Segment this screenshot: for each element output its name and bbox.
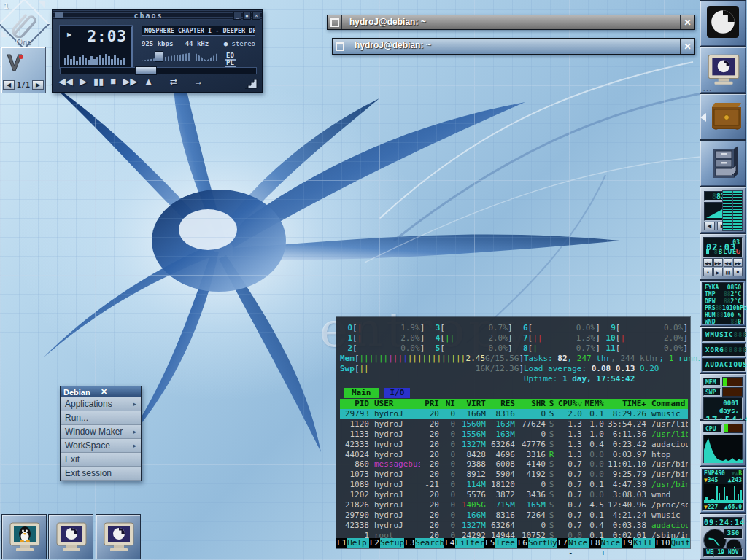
repeat-toggle[interactable]: →	[194, 77, 203, 87]
track-title-display[interactable]: MOSPHERE CHAPTER I - DEEPER DRL	[142, 26, 255, 36]
volume-slider-handle[interactable]	[155, 51, 163, 62]
dock-tile-clock[interactable]: 09:24:14 350 WE 19 NOV	[700, 513, 746, 560]
close-button[interactable]: ✕	[680, 15, 694, 29]
dock-tile-terminal[interactable]: ...	[700, 47, 746, 93]
miniwindow-terminal-1[interactable]	[48, 514, 93, 559]
menu-item[interactable]: Window Maker▸	[61, 425, 141, 439]
terminal-window-1[interactable]: hydroJ@debian: ~ ✕	[327, 15, 695, 30]
pause-button[interactable]: ▮▮	[93, 76, 104, 87]
process-row[interactable]: 44024hydroJ200842846963316R1.30.00:03.97…	[340, 450, 688, 460]
menu-item[interactable]: WorkSpace▸	[61, 439, 141, 453]
player-shade-button[interactable]: ▪	[243, 12, 251, 20]
function-key[interactable]: F7Nice -	[557, 538, 590, 548]
dock-tile-weather[interactable]: EYKA0850 TMP882°C DEW882°C PRS881010hPa …	[700, 280, 746, 327]
shuffle-toggle[interactable]: ⇄	[170, 77, 177, 87]
workspace-clip[interactable]: 1 One	[1, 1, 46, 46]
process-row[interactable]: 1089hydroJ-210114M181200S0.70.14:47.39/u…	[340, 480, 688, 490]
lcd-app-label[interactable]: WMUSIC888	[702, 328, 746, 342]
next-button[interactable]: ▶▶	[123, 76, 137, 87]
process-row[interactable]: 1073hydroJ200891259044192S0.70.09:25.79/…	[340, 470, 688, 480]
clip-next-arrow[interactable]	[39, 1, 45, 8]
function-key[interactable]: F6SortBy	[517, 538, 557, 548]
function-key[interactable]: F10Quit	[655, 538, 690, 548]
function-key[interactable]: F4Filter	[444, 538, 484, 548]
process-row[interactable]: 42333hydroJ2001327M6326447776S1.30.40:23…	[340, 440, 688, 450]
menu-titlebar[interactable]: Debian ✕	[61, 386, 141, 397]
miniaturize-button[interactable]	[333, 39, 347, 54]
pager-next-button[interactable]: ▶	[32, 80, 44, 90]
close-button[interactable]: ✕	[680, 39, 694, 54]
tab-main[interactable]: Main	[344, 388, 379, 398]
function-key[interactable]: F3Search	[404, 538, 444, 548]
cpu-meter: 4[||2.0%]	[427, 333, 512, 343]
function-key[interactable]: F5Tree	[484, 538, 517, 548]
dock-tile-file-cabinet[interactable]: ...	[700, 140, 746, 187]
terminal-window-2[interactable]: hydroJ@debian: ~ ✕	[332, 38, 695, 55]
dock-tile-drawer[interactable]	[700, 93, 746, 140]
previous-button[interactable]: ◀◀	[58, 76, 73, 87]
process-row[interactable]: 1120hydroJ2001560M163M77624S1.31.035:54.…	[340, 419, 688, 429]
dock-tile-wmusic[interactable]: 02:03 03 8BLUE ↻ ◀◀ ▶▶ ◀◀ ▶▶ ▲ ▶ ▮▮ ■	[700, 233, 746, 280]
htop-window[interactable]: 0[|1.9%] 3[0.7%] 6[0.0%] 9[0.0%] 1[|2.0%…	[336, 317, 690, 548]
process-row[interactable]: 860messagebus200938860084140S0.70.011:01…	[340, 459, 688, 470]
play-indicator-icon: ▶	[67, 31, 71, 38]
process-row[interactable]: 29793hydroJ200166M83160S2.00.18:29.26wmu…	[340, 409, 688, 419]
dock-tile-cpuload[interactable]: CPU	[700, 420, 746, 467]
miniwindow-terminal-tux[interactable]	[1, 514, 47, 559]
wmusic-repeat-icon[interactable]: ↻	[735, 246, 740, 256]
process-row[interactable]: 42338hydroJ2001327M632640S0.70.40:03.38a…	[340, 521, 688, 531]
wmusic-next-button[interactable]: ▶▶	[713, 258, 723, 267]
function-key[interactable]: F8Nice +	[589, 538, 622, 548]
mem-label: MEM	[703, 378, 721, 386]
function-key[interactable]: F2Setup	[369, 538, 404, 548]
play-button[interactable]: ▶	[80, 76, 87, 87]
player-titlebar[interactable]: chaos _ ▪ ✕	[53, 10, 262, 20]
wmusic-eject-button[interactable]: ▲	[703, 268, 713, 276]
eject-button[interactable]: ▲	[144, 76, 153, 87]
stop-button[interactable]: ■	[110, 76, 116, 87]
menu-item[interactable]: Applications▸	[61, 397, 141, 411]
volume-slider[interactable]	[142, 52, 190, 61]
seek-handle[interactable]	[135, 66, 157, 75]
lcd-app-label[interactable]: AUDACIOUS	[702, 358, 746, 372]
process-row[interactable]: 1202hydroJ200557638723436S0.70.03:08.03w…	[340, 490, 688, 500]
process-row[interactable]: 1133hydroJ2001556M163M0S1.31.06:11.36/us…	[340, 429, 688, 440]
process-table-header[interactable]: PIDUSERPRINIVIRTRESSHRSCPU%▽MEM%TIME+Com…	[340, 399, 688, 409]
menu-close-icon[interactable]: ✕	[101, 387, 138, 397]
dock-tile-mixer[interactable]: 882 ◀ ▶	[700, 187, 746, 233]
function-key[interactable]: F1Help	[336, 538, 369, 548]
terminal2-title[interactable]: hydroJ@debian: ~	[347, 39, 680, 54]
process-row[interactable]: 29790hydroJ200166M83167264S0.70.14:21.24…	[340, 510, 688, 521]
miniwindow-terminal-2[interactable]	[96, 514, 141, 559]
pager-dockapp[interactable]: ◀ 1/1 ▶	[1, 47, 46, 93]
wmusic-prev-button[interactable]: ◀◀	[703, 258, 713, 267]
miniaturize-icon	[336, 42, 344, 51]
balance-slider[interactable]	[196, 52, 217, 61]
wmusic-ff-button[interactable]: ▶▶	[733, 258, 743, 267]
drawer-arrow-icon[interactable]	[700, 113, 706, 122]
menu-item[interactable]: Exit	[61, 453, 141, 467]
menu-item[interactable]: Run...	[61, 411, 141, 425]
player-menu-button[interactable]	[55, 12, 63, 19]
wmusic-stop-button[interactable]: ■	[733, 268, 743, 276]
pager-prev-button[interactable]: ◀	[3, 80, 15, 90]
player-close-button[interactable]: ✕	[252, 12, 260, 20]
terminal1-title[interactable]: hydroJ@debian: ~	[342, 15, 680, 29]
function-key[interactable]: F9Kill	[622, 538, 655, 548]
wmusic-pause-button[interactable]: ▮▮	[724, 268, 733, 276]
player-minimize-button[interactable]: _	[233, 12, 241, 20]
tab-io[interactable]: I/O	[384, 388, 411, 398]
lcd-app-label[interactable]: XORG88888	[702, 343, 746, 357]
mixer-prev-channel-button[interactable]: ◀	[704, 222, 715, 230]
menu-item[interactable]: Exit session	[61, 467, 141, 481]
wmusic-play-button[interactable]: ▶	[713, 268, 723, 276]
dock-tile-wmaker[interactable]: ...	[700, 0, 746, 47]
miniaturize-button[interactable]	[328, 15, 342, 29]
dock-tile-lcd-labels[interactable]: WMUSIC888 XORG88888 AUDACIOUS	[700, 327, 746, 373]
clip-prev-arrow[interactable]	[1, 31, 8, 37]
seek-bar[interactable]	[60, 67, 257, 74]
dock-tile-wmnd[interactable]: ENP4S0 ▼▲B ▼345 ▲243	[700, 467, 746, 513]
dock-tile-memload[interactable]: MEM SWP 0001 days, 17:54:43	[700, 373, 746, 420]
process-row[interactable]: 21826hydroJ2001405G715M165MS0.74.512:40.…	[340, 500, 688, 510]
wmusic-rew-button[interactable]: ◀◀	[724, 258, 733, 267]
